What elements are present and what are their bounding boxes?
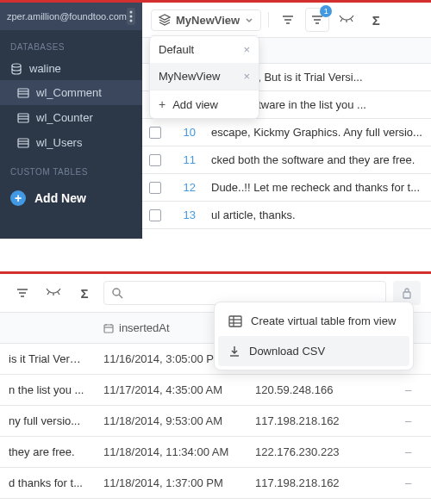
view-option-default[interactable]: Default × bbox=[150, 36, 259, 63]
table-row[interactable]: 12 Dude..!! Let me recheck and thanks fo… bbox=[142, 174, 431, 202]
row-content: escape, Kickmy Graphics. Any full versio… bbox=[206, 126, 428, 139]
sort-icon bbox=[281, 15, 295, 25]
sigma-button[interactable]: Σ bbox=[364, 8, 388, 32]
view-selector[interactable]: MyNewView bbox=[151, 9, 261, 31]
table-name: wl_Counter bbox=[36, 111, 93, 124]
table-item-users[interactable]: wl_Users bbox=[0, 130, 142, 155]
cell-insertedat: 11/18/2014, 9:53:00 AM bbox=[95, 406, 247, 436]
row-date: 11/1 bbox=[428, 71, 431, 84]
filter-badge: 1 bbox=[320, 5, 332, 17]
svg-point-0 bbox=[129, 11, 132, 14]
table-icon bbox=[17, 113, 29, 123]
table-icon bbox=[228, 315, 242, 327]
cell-ip: 120.59.248.166 bbox=[247, 375, 397, 405]
database-name: waline bbox=[29, 62, 61, 75]
close-icon[interactable]: × bbox=[243, 70, 250, 83]
view-option-mynewview[interactable]: MyNewView × bbox=[150, 63, 259, 90]
chevron-down-icon bbox=[245, 16, 253, 24]
table-name: wl_Comment bbox=[36, 86, 102, 99]
cell-content: n the list you ... bbox=[0, 375, 95, 405]
row-checkbox[interactable] bbox=[149, 154, 161, 166]
svg-rect-35 bbox=[104, 325, 113, 333]
sort-icon bbox=[16, 288, 29, 298]
cell-content: d thanks for t... bbox=[0, 468, 95, 498]
visibility-button[interactable] bbox=[334, 8, 359, 32]
sort-button[interactable] bbox=[276, 8, 300, 32]
cell-ip: 122.176.230.223 bbox=[247, 437, 397, 467]
row-id: 11 bbox=[173, 153, 206, 166]
cell-insertedat: 11/21/2014, 4:13:00 PM bbox=[95, 499, 247, 504]
row-content: cked both the software and they are free… bbox=[206, 153, 428, 166]
sidebar: zper.amillion@foundtoo.com DATABASES wal… bbox=[0, 3, 142, 239]
search-input[interactable] bbox=[128, 287, 378, 300]
visibility-button[interactable] bbox=[41, 281, 66, 305]
custom-tables-label: CUSTOM TABLES bbox=[0, 155, 142, 182]
add-new-button[interactable]: + Add New bbox=[0, 182, 142, 215]
table-item-counter[interactable]: wl_Counter bbox=[0, 105, 142, 130]
context-menu: Create virtual table from view Download … bbox=[214, 302, 414, 370]
svg-line-19 bbox=[340, 19, 342, 22]
row-checkbox[interactable] bbox=[149, 209, 161, 221]
views-dropdown: Default × MyNewView × + Add view bbox=[149, 35, 259, 119]
menu-item-label: Create virtual table from view bbox=[251, 314, 396, 327]
cell-insertedat: 11/17/2014, 4:35:00 AM bbox=[95, 375, 247, 405]
add-new-label: Add New bbox=[34, 191, 86, 205]
table-row[interactable]: 13 ul article, thanks. 11/1 bbox=[142, 202, 431, 229]
row-checkbox[interactable] bbox=[149, 127, 161, 139]
download-icon bbox=[228, 345, 240, 358]
cell-extra: – bbox=[397, 468, 431, 498]
table-row[interactable]: they are free. 11/18/2014, 11:34:00 AM 1… bbox=[0, 437, 431, 468]
cell-ip: 117.198.218.162 bbox=[247, 406, 397, 436]
row-date: 11/1 bbox=[428, 153, 431, 166]
create-virtual-table-button[interactable]: Create virtual table from view bbox=[218, 306, 409, 336]
databases-section-label: DATABASES bbox=[0, 30, 142, 57]
table-row[interactable]: 11/21/2014, 4:13:00 PM 38.125.180.2 – bbox=[0, 499, 431, 504]
table-row[interactable]: 10 escape, Kickmy Graphics. Any full ver… bbox=[142, 119, 431, 146]
table-row[interactable]: ny full versio... 11/18/2014, 9:53:00 AM… bbox=[0, 406, 431, 437]
view-option-label: Default bbox=[159, 43, 194, 56]
cell-extra: – bbox=[397, 375, 431, 405]
filter-button[interactable]: 1 bbox=[305, 8, 329, 32]
svg-point-2 bbox=[129, 20, 132, 22]
row-id: 12 bbox=[173, 181, 206, 194]
close-icon[interactable]: × bbox=[243, 43, 250, 56]
svg-rect-39 bbox=[229, 316, 241, 327]
search-icon bbox=[111, 287, 123, 299]
database-item[interactable]: waline bbox=[0, 57, 142, 80]
table-row[interactable]: n the list you ... 11/17/2014, 4:35:00 A… bbox=[0, 375, 431, 406]
cell-insertedat: 11/18/2014, 11:34:00 AM bbox=[95, 437, 247, 467]
add-view-button[interactable]: + Add view bbox=[150, 90, 259, 118]
svg-line-31 bbox=[58, 292, 59, 295]
svg-line-33 bbox=[119, 295, 122, 298]
row-checkbox[interactable] bbox=[149, 182, 161, 194]
main-panel: MyNewView 1 Σ Default × bbox=[142, 3, 431, 239]
cell-insertedat: 11/18/2014, 1:37:00 PM bbox=[95, 468, 247, 498]
table-item-comment[interactable]: wl_Comment bbox=[0, 80, 142, 105]
table-icon bbox=[17, 138, 29, 148]
cell-ip: 117.198.218.162 bbox=[247, 468, 397, 498]
sigma-button[interactable]: Σ bbox=[72, 281, 97, 305]
row-date: 11/1 bbox=[428, 208, 431, 221]
cell-ip: 38.125.180.2 bbox=[247, 499, 397, 504]
view-option-label: MyNewView bbox=[159, 70, 220, 83]
column-label: insertedAt bbox=[119, 321, 170, 334]
cell-extra: – bbox=[397, 406, 431, 436]
calendar-icon bbox=[103, 323, 114, 333]
lock-icon bbox=[402, 287, 412, 299]
current-view-label: MyNewView bbox=[176, 14, 240, 27]
sigma-icon: Σ bbox=[372, 13, 380, 28]
database-icon bbox=[10, 63, 22, 75]
svg-rect-4 bbox=[18, 89, 28, 97]
sort-button[interactable] bbox=[10, 281, 34, 305]
row-date: 11/1 bbox=[428, 98, 431, 111]
cell-extra: – bbox=[397, 437, 431, 467]
svg-point-32 bbox=[113, 289, 120, 296]
table-row[interactable]: 11 cked both the software and they are f… bbox=[142, 146, 431, 174]
row-id: 10 bbox=[173, 126, 206, 139]
download-csv-button[interactable]: Download CSV bbox=[218, 336, 409, 366]
table-row[interactable]: d thanks for t... 11/18/2014, 1:37:00 PM… bbox=[0, 468, 431, 499]
more-button[interactable] bbox=[127, 8, 135, 25]
row-date: 11/1 bbox=[428, 126, 431, 139]
table-name: wl_Users bbox=[36, 136, 82, 149]
cell-content: is it Trial Versi... bbox=[0, 344, 95, 374]
